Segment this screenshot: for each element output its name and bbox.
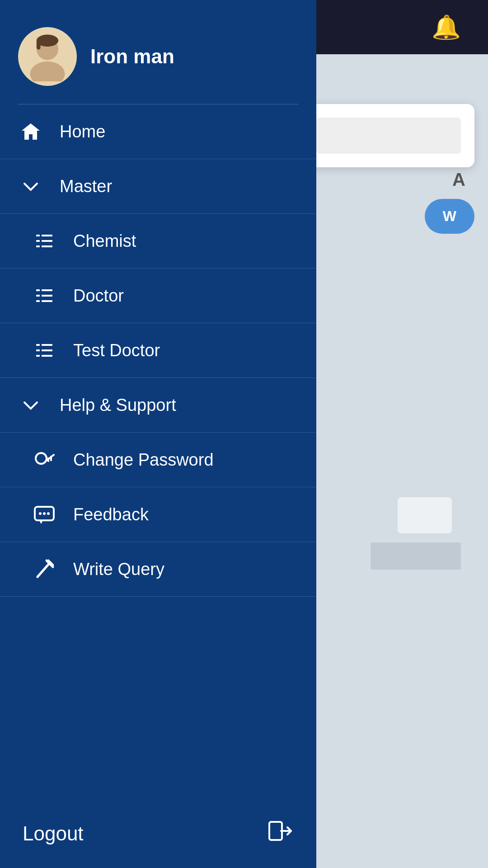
key-icon <box>32 447 57 472</box>
menu-item-home[interactable]: Home <box>0 104 316 159</box>
svg-point-28 <box>43 512 46 515</box>
svg-rect-6 <box>36 240 40 242</box>
home-icon <box>18 119 43 144</box>
svg-rect-8 <box>36 245 40 247</box>
feedback-icon <box>32 502 57 527</box>
svg-point-1 <box>30 61 65 81</box>
svg-rect-20 <box>36 355 40 357</box>
menu-item-write-query[interactable]: Write Query <box>0 542 316 597</box>
logout-section[interactable]: Logout <box>0 799 316 868</box>
profile-section[interactable]: Iron man <box>0 0 316 104</box>
write-query-label: Write Query <box>73 560 164 579</box>
svg-rect-21 <box>42 355 52 357</box>
avatar <box>18 27 77 86</box>
menu-item-chemist[interactable]: Chemist <box>0 214 316 269</box>
username-label: Iron man <box>90 45 174 68</box>
svg-rect-4 <box>36 235 40 236</box>
menu-item-master[interactable]: Master <box>0 159 316 214</box>
map-detail-box <box>398 497 452 533</box>
feedback-label: Feedback <box>73 505 149 524</box>
svg-line-30 <box>38 562 50 577</box>
doctor-label: Doctor <box>73 286 124 306</box>
svg-rect-19 <box>42 349 52 351</box>
svg-rect-5 <box>42 235 52 236</box>
svg-rect-16 <box>36 344 40 346</box>
svg-rect-14 <box>36 300 40 302</box>
svg-rect-17 <box>42 344 52 346</box>
svg-rect-33 <box>269 822 282 840</box>
popup-card <box>303 104 474 167</box>
svg-rect-13 <box>42 295 52 297</box>
svg-rect-15 <box>42 300 52 302</box>
menu-item-test-doctor[interactable]: Test Doctor <box>0 323 316 378</box>
svg-rect-11 <box>42 289 52 291</box>
change-password-label: Change Password <box>73 450 214 470</box>
menu-item-feedback[interactable]: Feedback <box>0 487 316 542</box>
logout-icon <box>267 817 294 850</box>
help-support-label: Help & Support <box>60 396 176 415</box>
logout-label: Logout <box>23 822 84 845</box>
list-icon-doctor <box>32 283 57 308</box>
test-doctor-label: Test Doctor <box>73 341 160 360</box>
chevron-down-icon-help <box>18 392 43 418</box>
menu-item-help-support[interactable]: Help & Support <box>0 378 316 433</box>
home-label: Home <box>60 122 105 142</box>
menu-item-change-password[interactable]: Change Password <box>0 433 316 487</box>
svg-rect-9 <box>42 245 52 247</box>
svg-rect-10 <box>36 289 40 291</box>
map-detail-bar <box>371 542 461 570</box>
popup-action-button[interactable]: W <box>425 199 474 234</box>
chevron-down-icon <box>18 174 43 199</box>
menu-item-doctor[interactable]: Doctor <box>0 269 316 323</box>
list-icon-test-doctor <box>32 338 57 363</box>
notification-icon[interactable]: 🔔 <box>432 14 461 41</box>
svg-rect-12 <box>36 295 40 297</box>
menu-list: Home Master Che <box>0 104 316 799</box>
svg-rect-3 <box>37 41 41 50</box>
svg-rect-7 <box>42 240 52 242</box>
navigation-drawer: Iron man Home Master <box>0 0 316 868</box>
master-label: Master <box>60 177 112 196</box>
pencil-icon <box>32 557 57 582</box>
svg-rect-18 <box>36 349 40 351</box>
svg-point-29 <box>47 512 50 515</box>
chemist-label: Chemist <box>73 231 136 251</box>
list-icon-chemist <box>32 228 57 254</box>
svg-point-27 <box>39 512 42 515</box>
